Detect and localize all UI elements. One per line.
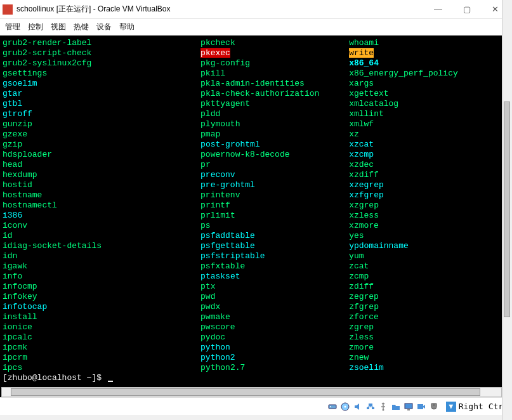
app-icon — [3, 4, 13, 15]
guest-display[interactable]: grub2-render-label pkcheck whoami grub2-… — [0, 36, 512, 397]
down-arrow-icon: ▼ — [446, 402, 456, 412]
window-controls: — ▢ ✕ — [424, 1, 509, 18]
svg-point-7 — [382, 409, 384, 410]
host-key-indicator[interactable]: ▼ Right Ctrl — [446, 402, 508, 412]
menu-device[interactable]: 设备 — [96, 22, 112, 32]
vertical-scrollbar-thumb[interactable] — [504, 102, 510, 317]
menubar: 管理 控制 视图 热键 设备 帮助 — [0, 19, 512, 36]
audio-icon[interactable] — [352, 401, 364, 412]
maximize-button[interactable]: ▢ — [452, 1, 481, 18]
display-icon[interactable] — [403, 401, 414, 412]
svg-point-3 — [344, 405, 346, 407]
svg-rect-10 — [417, 404, 423, 409]
horizontal-scrollbar[interactable] — [1, 387, 502, 397]
mouse-integration-icon[interactable] — [428, 401, 440, 412]
usb-icon[interactable] — [377, 401, 389, 412]
menu-view[interactable]: 视图 — [51, 22, 66, 32]
shared-folders-icon[interactable] — [390, 401, 402, 412]
host-key-label: Right Ctrl — [459, 402, 508, 411]
menu-hotkey[interactable]: 热键 — [74, 22, 89, 32]
menu-help[interactable]: 帮助 — [119, 22, 135, 32]
svg-rect-0 — [329, 405, 336, 409]
svg-rect-5 — [367, 407, 369, 409]
terminal-output[interactable]: grub2-render-label pkcheck whoami grub2-… — [3, 38, 512, 393]
window-title: schoollinux [正在运行] - Oracle VM VirtualBo… — [16, 4, 171, 15]
statusbar: ▼ Right Ctrl — [0, 397, 512, 415]
svg-rect-9 — [407, 409, 410, 410]
svg-rect-4 — [369, 404, 372, 406]
svg-rect-8 — [405, 404, 412, 409]
cursor — [108, 381, 113, 382]
vertical-scrollbar[interactable] — [502, 0, 512, 420]
prompt-line[interactable]: [zhubo@localhost ~]$ — [3, 373, 512, 383]
svg-point-1 — [330, 406, 331, 407]
titlebar: schoollinux [正在运行] - Oracle VM VirtualBo… — [0, 0, 512, 19]
svg-rect-6 — [372, 407, 374, 409]
minimize-button[interactable]: — — [424, 1, 452, 18]
menu-manage[interactable]: 管理 — [5, 22, 20, 32]
optical-icon[interactable] — [339, 401, 351, 412]
harddisk-icon[interactable] — [327, 401, 338, 412]
horizontal-scrollbar-thumb[interactable] — [11, 388, 480, 396]
menu-control[interactable]: 控制 — [28, 22, 43, 32]
recording-icon[interactable] — [416, 401, 427, 412]
network-icon[interactable] — [365, 401, 376, 412]
